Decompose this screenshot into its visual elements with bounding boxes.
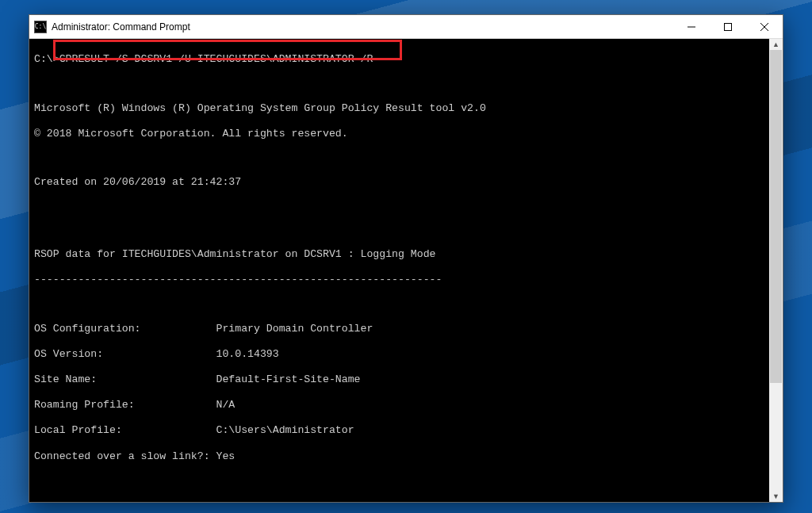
blank-line xyxy=(34,499,778,502)
minimize-button[interactable] xyxy=(673,15,710,38)
blank-line xyxy=(34,201,778,212)
window-controls xyxy=(673,15,783,38)
os-configuration: OS Configuration: Primary Domain Control… xyxy=(34,323,778,335)
blank-line xyxy=(34,225,778,235)
rsop-header: RSOP data for ITECHGUIDES\Administrator … xyxy=(34,248,778,261)
blank-line xyxy=(34,78,778,89)
window-title: Administrator: Command Prompt xyxy=(52,21,673,33)
slow-link: Connected over a slow link?: Yes xyxy=(34,450,778,463)
cmd-icon: C:\ xyxy=(34,21,47,33)
terminal-output[interactable]: C:\>GPRESULT /S DCSRV1 /U ITECHGUIDES\AD… xyxy=(29,39,783,502)
scroll-thumb[interactable] xyxy=(770,50,782,383)
scroll-up-icon[interactable]: ▲ xyxy=(769,39,783,50)
command-line: C:\>GPRESULT /S DCSRV1 /U ITECHGUIDES\AD… xyxy=(34,53,778,66)
blank-line xyxy=(34,153,778,163)
site-name: Site Name: Default-First-Site-Name xyxy=(34,373,778,386)
roaming-profile: Roaming Profile: N/A xyxy=(34,399,778,412)
close-icon xyxy=(760,23,768,31)
maximize-icon xyxy=(724,23,732,31)
created-on: Created on ‎20/‎06/‎2019 at 21:42:37 xyxy=(34,176,778,189)
titlebar[interactable]: C:\ Administrator: Command Prompt xyxy=(29,15,783,39)
command-prompt-window: C:\ Administrator: Command Prompt C:\>GP… xyxy=(29,14,783,503)
blank-line xyxy=(34,299,778,309)
blank-line xyxy=(34,476,778,486)
tool-header: © 2018 Microsoft Corporation. All rights… xyxy=(34,128,778,140)
minimize-icon xyxy=(688,23,695,31)
separator-dashes: ----------------------------------------… xyxy=(34,274,778,286)
maximize-button[interactable] xyxy=(710,15,746,38)
tool-header: Microsoft (R) Windows (R) Operating Syst… xyxy=(34,102,778,115)
scroll-down-icon[interactable]: ▼ xyxy=(769,491,783,502)
close-button[interactable] xyxy=(746,15,783,38)
os-version: OS Version: 10.0.14393 xyxy=(34,348,778,361)
local-profile: Local Profile: C:\Users\Administrator xyxy=(34,424,778,437)
vertical-scrollbar[interactable]: ▲ ▼ xyxy=(769,39,783,502)
svg-rect-1 xyxy=(725,23,732,30)
